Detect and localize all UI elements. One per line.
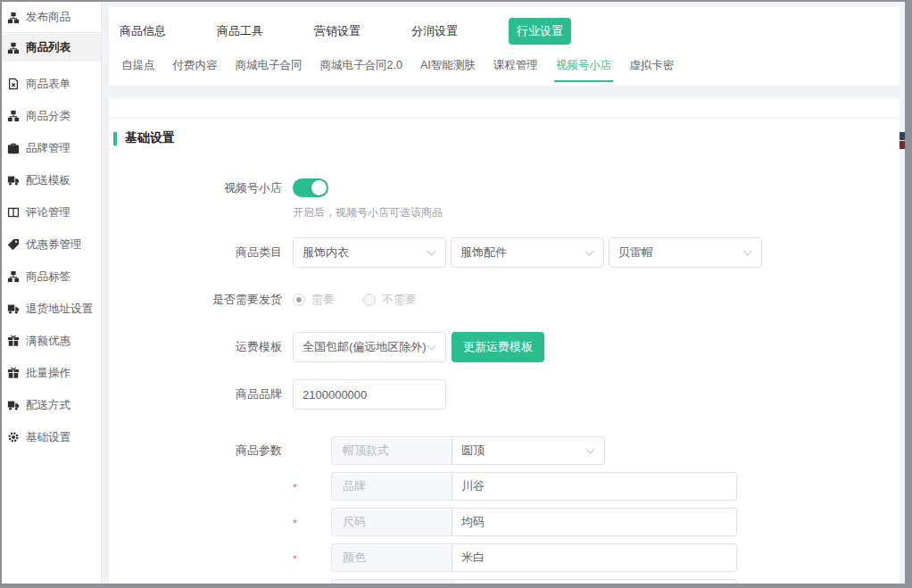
clipped-widget-icon (900, 141, 905, 149)
truck-icon (7, 302, 20, 315)
file-icon (7, 78, 20, 90)
update-freight-template-button[interactable]: 更新运费模板 (452, 332, 544, 362)
category-select-level1[interactable]: 服饰内衣 (293, 237, 446, 268)
category-select-level2-value: 服饰配件 (460, 244, 507, 261)
share-nodes-icon (7, 42, 20, 54)
sidebar-item-label: 发布商品 (26, 10, 70, 25)
truck-icon (7, 399, 20, 411)
sidebar-item-label: 基础设置 (26, 430, 70, 445)
category-row: 商品类目 服饰内衣 服饰配件 贝雷帽 (118, 237, 900, 268)
required-mark: * (293, 514, 331, 530)
sidebar-item-9[interactable]: 退货地址设置 (2, 293, 101, 325)
shipping-radio-1[interactable]: 不需要 (363, 292, 417, 308)
sidebar-item-label: 优惠券管理 (26, 237, 82, 253)
primary-tab-3[interactable]: 分润设置 (411, 23, 458, 39)
settings-form: 视频号小店 开启后，视频号小店可选该商品 商品类目 服饰内衣 (109, 178, 900, 584)
secondary-tab-6[interactable]: 视频号小店 (554, 56, 614, 82)
freight-template-label: 运费模板 (118, 332, 293, 362)
brand-row: 商品品牌 (118, 379, 900, 410)
secondary-tab-2[interactable]: 商城电子合同 (234, 56, 304, 82)
clipped-floating-widget[interactable] (900, 132, 905, 149)
chevron-down-icon (743, 246, 752, 255)
primary-tabs: 商品信息商品工具营销设置分润设置行业设置 (120, 18, 900, 45)
secondary-tab-0[interactable]: 自提点 (120, 56, 157, 82)
param-row-4 (293, 579, 737, 584)
columns-icon (7, 206, 20, 219)
gift-icon (7, 367, 20, 379)
sitemap-icon (7, 110, 20, 122)
required-mark (293, 450, 331, 452)
freight-template-value: 全国包邮(偏远地区除外) (303, 339, 427, 355)
params-label: 商品参数 (118, 436, 293, 584)
sidebar-item-2[interactable]: 商品表单 (2, 68, 101, 100)
sidebar-item-11[interactable]: 批量操作 (2, 357, 101, 389)
param-name-box: 尺码 (331, 508, 452, 536)
primary-tab-0[interactable]: 商品信息 (120, 23, 166, 39)
brand-input[interactable] (293, 379, 446, 410)
secondary-tabs: 自提点付费内容商城电子合同商城电子合同2.0AI智能测肤课程管理视频号小店虚拟卡… (120, 56, 900, 82)
param-value-input[interactable]: 均码 (452, 508, 737, 536)
sidebar-item-label: 商品表单 (26, 77, 70, 92)
param-value-input[interactable]: 米白 (452, 543, 737, 572)
radio-label: 需要 (311, 292, 335, 308)
sidebar-item-label: 商品分类 (26, 109, 70, 124)
sidebar-item-6[interactable]: 评论管理 (2, 196, 101, 228)
sidebar-item-8[interactable]: 商品标签 (2, 261, 101, 293)
category-select-level2[interactable]: 服饰配件 (451, 237, 604, 268)
content-divider (109, 98, 900, 119)
sidebar-item-4[interactable]: 品牌管理 (2, 132, 101, 164)
sidebar-item-label: 评论管理 (26, 205, 70, 220)
freight-template-select[interactable]: 全国包邮(偏远地区除外) (293, 332, 446, 362)
briefcase-icon (7, 142, 20, 154)
sidebar-item-5[interactable]: 配送模板 (2, 164, 101, 196)
sidebar-item-label: 品牌管理 (26, 141, 70, 156)
secondary-tab-7[interactable]: 虚拟卡密 (627, 56, 676, 82)
sidebar-item-label: 批量操作 (26, 366, 70, 381)
param-value: 均码 (461, 514, 485, 530)
channel-shop-toggle[interactable] (293, 178, 328, 197)
radio-label: 不需要 (382, 292, 417, 308)
param-value-select[interactable]: 圆顶 (452, 436, 605, 465)
tag-icon (7, 238, 20, 251)
share-nodes-icon (7, 12, 20, 24)
sidebar-divider (2, 32, 101, 33)
category-select-level3[interactable]: 贝雷帽 (609, 237, 762, 268)
sidebar-item-12[interactable]: 配送方式 (2, 389, 101, 421)
shipping-required-label: 是否需要发货 (118, 285, 293, 315)
sidebar-item-7[interactable]: 优惠券管理 (2, 228, 101, 261)
sidebar-item-label: 退货地址设置 (26, 302, 93, 317)
shipping-radio-0[interactable]: 需要 (293, 292, 335, 308)
sitemap-icon (7, 270, 20, 283)
sidebar: 发布商品商品列表商品表单商品分类品牌管理配送模板评论管理优惠券管理商品标签退货地… (2, 2, 102, 584)
param-value-input[interactable]: 川谷 (452, 472, 737, 501)
param-value: 川谷 (461, 478, 485, 494)
sidebar-item-label: 商品标签 (26, 269, 70, 285)
secondary-tab-1[interactable]: 付费内容 (171, 56, 220, 82)
freight-template-row: 运费模板 全国包邮(偏远地区除外) 更新运费模板 (118, 332, 900, 362)
sidebar-item-label: 商品列表 (26, 40, 70, 55)
shipping-required-row: 是否需要发货 需要不需要 (118, 285, 900, 315)
sidebar-item-13[interactable]: 基础设置 (2, 421, 101, 453)
category-select-level1-value: 服饰内衣 (303, 244, 349, 261)
sidebar-item-10[interactable]: 满额优惠 (2, 325, 101, 357)
radio-dot-icon (293, 294, 305, 306)
primary-tab-1[interactable]: 商品工具 (217, 23, 263, 39)
main-area: 商品信息商品工具营销设置分润设置行业设置 自提点付费内容商城电子合同商城电子合同… (102, 2, 905, 584)
sidebar-item-0[interactable]: 发布商品 (2, 4, 101, 31)
primary-tab-2[interactable]: 营销设置 (314, 23, 361, 39)
param-name-box: 帽顶款式 (331, 436, 452, 465)
secondary-tab-3[interactable]: 商城电子合同2.0 (319, 56, 404, 82)
primary-tab-4[interactable]: 行业设置 (509, 18, 571, 45)
param-value-input[interactable] (452, 579, 737, 584)
gear-icon (7, 431, 20, 443)
brand-label: 商品品牌 (118, 379, 293, 410)
gift-icon (7, 335, 20, 347)
secondary-tab-5[interactable]: 课程管理 (492, 56, 540, 82)
secondary-tab-4[interactable]: AI智能测肤 (419, 56, 477, 82)
sidebar-item-3[interactable]: 商品分类 (2, 100, 101, 132)
sidebar-item-1[interactable]: 商品列表 (2, 34, 101, 62)
content-card: 基础设置 视频号小店 开启后，视频号小店可选该商品 商品类目 (109, 98, 900, 584)
section-accent-bar (113, 132, 117, 145)
param-value: 圆顶 (461, 443, 485, 459)
required-mark: * (293, 550, 331, 566)
